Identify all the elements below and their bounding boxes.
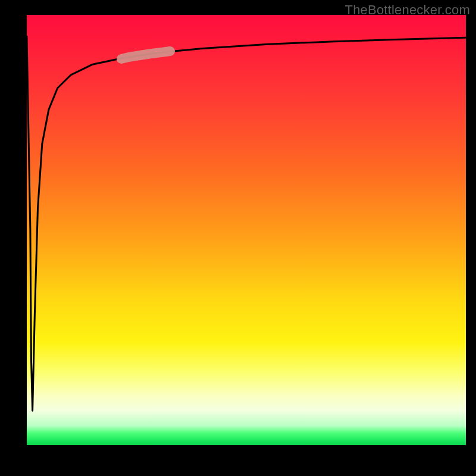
- plot-area: [27, 15, 466, 445]
- watermark-text: TheBottlenecker.com: [345, 2, 470, 18]
- chart-stage: TheBottlenecker.com: [0, 0, 476, 476]
